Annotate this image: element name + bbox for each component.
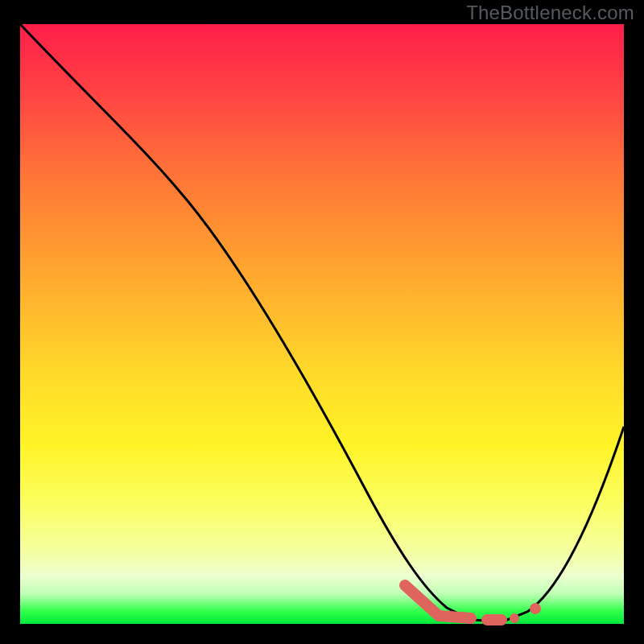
highlight-dot-1 (510, 613, 519, 623)
chart-canvas: TheBottleneck.com (0, 0, 644, 644)
watermark-text: TheBottleneck.com (466, 2, 634, 24)
plot-area (20, 24, 624, 624)
curve-svg (20, 24, 624, 624)
highlight-dot-2 (530, 603, 541, 614)
highlight-segment-1 (405, 585, 471, 618)
bottleneck-curve (20, 24, 624, 621)
